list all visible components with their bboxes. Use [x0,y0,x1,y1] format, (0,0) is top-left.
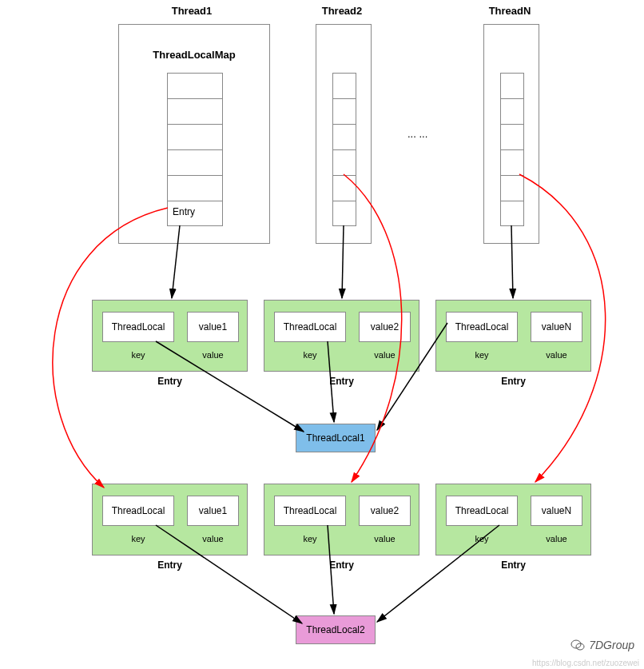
table-row [333,125,356,150]
table-row [501,99,523,125]
table-row [501,150,523,176]
threadlocal-key-box: ThreadLocal [446,312,518,342]
entry-title-r1-3: Entry [435,376,591,387]
entry-box-r2-1: ThreadLocal value1 key value [92,484,248,556]
table-row [501,201,523,227]
value-box: value2 [359,312,411,342]
entry-title-r1-1: Entry [92,376,248,387]
table-row [168,74,222,99]
value-sublabel: value [359,350,411,360]
threadn-box [483,24,539,244]
threadn-title: ThreadN [478,5,542,17]
value-sublabel: value [187,534,239,544]
table-row [333,74,356,99]
value-sublabel: value [531,350,582,360]
entry-box-r1-1: ThreadLocal value1 key value [92,300,248,372]
key-sublabel: key [274,534,346,544]
value-box: valueN [531,312,582,342]
signature: 7DGroup [570,637,634,653]
value-sublabel: value [187,350,239,360]
watermark: https://blog.csdn.net/zuozewei [532,659,639,667]
entry-title-r2-3: Entry [435,559,591,571]
threadlocal-key-box: ThreadLocal [274,496,346,526]
value-sublabel: value [359,534,411,544]
entry-title-r2-2: Entry [264,559,419,571]
entry-cell-label: Entry [173,206,195,217]
entry-box-r1-2: ThreadLocal value2 key value [264,300,419,372]
key-sublabel: key [446,350,518,360]
value-box: value1 [187,312,239,342]
entry-title-r2-1: Entry [92,559,248,571]
value-box: value2 [359,496,411,526]
key-sublabel: key [446,534,518,544]
entry-box-r1-3: ThreadLocal valueN key value [435,300,591,372]
entry-box-r2-2: ThreadLocal value2 key value [264,484,419,556]
thread1-title: Thread1 [160,5,224,17]
thread1-box: ThreadLocalMap Entry [118,24,270,244]
table-row-entry: Entry [168,201,222,227]
value-sublabel: value [531,534,582,544]
threadlocal-key-box: ThreadLocal [446,496,518,526]
thread2-title: Thread2 [310,5,374,17]
entry-title-r1-2: Entry [264,376,419,387]
table-row [333,201,356,227]
threadlocal2-box: ThreadLocal2 [296,615,376,644]
threadlocal-key-box: ThreadLocal [102,496,174,526]
threadlocal-key-box: ThreadLocal [274,312,346,342]
value-box: value1 [187,496,239,526]
entry-box-r2-3: ThreadLocal valueN key value [435,484,591,556]
table-row [333,99,356,125]
threadlocalmap-label: ThreadLocalMap [119,49,269,61]
key-sublabel: key [102,350,174,360]
table-row [501,74,523,99]
table-row [168,150,222,176]
thread1-table: Entry [167,73,223,226]
table-row [168,125,222,150]
thread2-box [316,24,372,244]
ellipsis: ... ... [407,128,427,140]
threadlocal-key-box: ThreadLocal [102,312,174,342]
key-sublabel: key [102,534,174,544]
signature-text: 7DGroup [589,639,634,651]
table-row [501,176,523,201]
threadlocal1-box: ThreadLocal1 [296,424,376,452]
table-row [168,176,222,201]
table-row [333,150,356,176]
table-row [501,125,523,150]
table-row [333,176,356,201]
key-sublabel: key [274,350,346,360]
threadn-table [500,73,524,226]
thread2-table [332,73,356,226]
wechat-icon [570,637,586,653]
table-row [168,99,222,125]
value-box: valueN [531,496,582,526]
